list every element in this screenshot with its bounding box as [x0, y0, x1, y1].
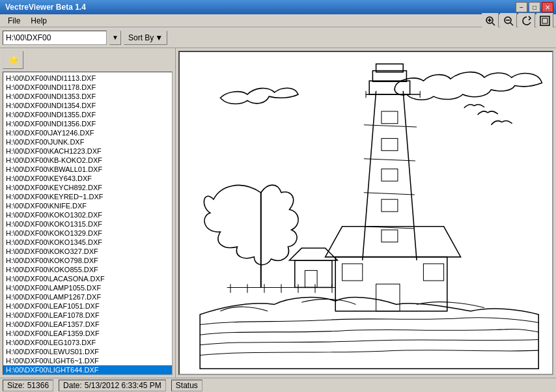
file-item[interactable]: H:\00\DXF00\KEYCH892.DXF	[3, 183, 172, 192]
svg-rect-11	[369, 81, 410, 94]
up-folder-button[interactable]: ⭐	[3, 51, 23, 69]
date-section: Date: 5/13/2012 6:33:45 PM	[59, 380, 166, 391]
date-value: 5/13/2012 6:33:45 PM	[85, 381, 161, 390]
svg-rect-7	[540, 16, 549, 25]
main-window: File Help	[0, 14, 556, 392]
svg-line-9	[363, 91, 376, 260]
svg-line-22	[364, 125, 417, 127]
file-item[interactable]: H:\00\DXF00\KOKO327.DXF	[3, 247, 172, 256]
file-item[interactable]: H:\00\DXF00\JAY1246.DXF	[3, 128, 172, 137]
file-item[interactable]: H:\00\DXF00\LIGHT644.DXF	[3, 365, 172, 374]
fit-button[interactable]	[536, 13, 553, 29]
minimize-button[interactable]: −	[516, 2, 527, 12]
sort-label: Sort By	[128, 33, 154, 42]
file-item[interactable]: H:\00\DXF00\LEAF1357.DXF	[3, 320, 172, 329]
file-item[interactable]: H:\00\DXF00\KB-KOKO2.DXF	[3, 156, 172, 165]
file-item[interactable]: H:\00\DXF00\LEAF1359.DXF	[3, 329, 172, 338]
file-item[interactable]: H:\00\DXF00\KBWALL01.DXF	[3, 165, 172, 174]
svg-rect-28	[376, 284, 400, 311]
preview-panel	[178, 51, 553, 375]
path-dropdown-button[interactable]: ▼	[109, 31, 121, 45]
file-item[interactable]: H:\00\DXF00\KACH1223.DXF	[3, 147, 172, 156]
svg-rect-8	[542, 18, 548, 23]
status-section: Status	[171, 380, 202, 391]
svg-rect-19	[382, 169, 398, 181]
sort-dropdown-icon: ▼	[155, 33, 163, 42]
file-item[interactable]: H:\00\DXF00\KOKO1329.DXF	[3, 229, 172, 238]
file-item[interactable]: H:\00\DXF00\INDI1355.DXF	[3, 110, 172, 119]
menu-help[interactable]: Help	[25, 15, 52, 27]
file-item[interactable]: H:\00\DXF00\LEAF1078.DXF	[3, 311, 172, 320]
file-item[interactable]: H:\00\DXF00\KNIFE.DXF	[3, 201, 172, 210]
size-section: Size: 51366	[3, 380, 53, 391]
svg-rect-20	[382, 199, 398, 212]
file-item[interactable]: H:\00\DXF00\LEWUS01.DXF	[3, 347, 172, 356]
file-item[interactable]: H:\00\DXF00\LACASONA.DXF	[3, 274, 172, 283]
path-area: ▼ Sort By ▼	[3, 31, 553, 45]
file-list[interactable]: H:\00\DXF00\FHB1044.DXFH:\00\DXF00\INDI1…	[3, 72, 172, 374]
file-item[interactable]: H:\00\DXF00\KOKO1315.DXF	[3, 219, 172, 229]
file-item[interactable]: H:\00\DXF00\LAMP1055.DXF	[3, 283, 172, 292]
content-area: ⭐ H:\00\DXF00\FHB1044.DXFH:\00\DXF00\IND…	[0, 48, 556, 378]
maximize-button[interactable]: □	[529, 2, 540, 12]
date-label: Date:	[63, 381, 82, 390]
file-item[interactable]: H:\00\DXF00\INDI1178.DXF	[3, 83, 172, 92]
menu-bar: File Help	[0, 14, 556, 27]
file-list-container: H:\00\DXF00\FHB1044.DXFH:\00\DXF00\INDI1…	[3, 72, 173, 375]
title-text: VectreViewer Beta 1.4	[3, 3, 86, 12]
svg-marker-41	[289, 248, 337, 260]
file-item[interactable]: H:\00\DXF00\LAMP1267.DXF	[3, 292, 172, 301]
file-item[interactable]: H:\00\DXF00\LIGHT6~1.DXF	[3, 356, 172, 365]
title-bar: VectreViewer Beta 1.4 − □ ✕	[0, 0, 556, 14]
svg-line-1	[492, 23, 495, 25]
file-item[interactable]: H:\00\DXF00\KEY643.DXF	[3, 174, 172, 183]
file-item[interactable]: H:\00\DXF00\JUNK.DXF	[3, 137, 172, 147]
file-item[interactable]: H:\00\DXF00\LEG1073.DXF	[3, 338, 172, 347]
svg-rect-21	[382, 230, 398, 242]
svg-rect-30	[423, 264, 443, 281]
path-toolbar: ▼ Sort By ▼	[0, 27, 556, 48]
size-label: Size:	[7, 381, 25, 390]
refresh-button[interactable]	[518, 13, 535, 29]
status-bar: Size: 51366 Date: 5/13/2012 6:33:45 PM S…	[0, 378, 556, 392]
title-bar-buttons: − □ ✕	[516, 2, 553, 12]
file-item[interactable]: H:\00\DXF00\INDI1354.DXF	[3, 101, 172, 110]
file-item[interactable]: H:\00\DXF00\LEAF1051.DXF	[3, 301, 172, 311]
close-button[interactable]: ✕	[542, 2, 553, 12]
file-item[interactable]: H:\00\DXF00\INDI1113.DXF	[3, 74, 172, 83]
file-panel: ⭐ H:\00\DXF00\FHB1044.DXFH:\00\DXF00\IND…	[0, 48, 176, 378]
svg-line-10	[403, 91, 417, 260]
svg-rect-18	[382, 139, 398, 151]
zoom-out-button[interactable]	[500, 13, 517, 29]
svg-rect-17	[382, 111, 398, 124]
size-value: 51366	[27, 381, 49, 390]
file-item[interactable]: H:\00\DXF00\KOKO798.DXF	[3, 256, 172, 265]
file-item[interactable]: H:\00\DXF00\KEYRED~1.DXF	[3, 192, 172, 201]
svg-line-5	[510, 23, 513, 25]
preview-image	[180, 52, 552, 374]
zoom-in-button[interactable]	[482, 13, 499, 29]
status-label: Status	[176, 381, 198, 390]
svg-rect-29	[342, 264, 363, 281]
file-item[interactable]: H:\00\DXF00\INDI1356.DXF	[3, 119, 172, 128]
sort-by-button[interactable]: Sort By ▼	[124, 31, 167, 45]
file-item[interactable]: H:\00\DXF00\KOKO1302.DXF	[3, 210, 172, 219]
path-input[interactable]	[3, 31, 107, 45]
file-item[interactable]: H:\00\DXF00\KOKO1345.DXF	[3, 238, 172, 247]
svg-line-23	[364, 159, 415, 161]
svg-line-24	[364, 193, 415, 195]
file-item[interactable]: H:\00\DXF00\KOKO855.DXF	[3, 265, 172, 274]
file-item[interactable]: H:\00\DXF00\INDI1353.DXF	[3, 92, 172, 101]
svg-rect-40	[295, 260, 332, 288]
menu-file[interactable]: File	[3, 15, 25, 27]
